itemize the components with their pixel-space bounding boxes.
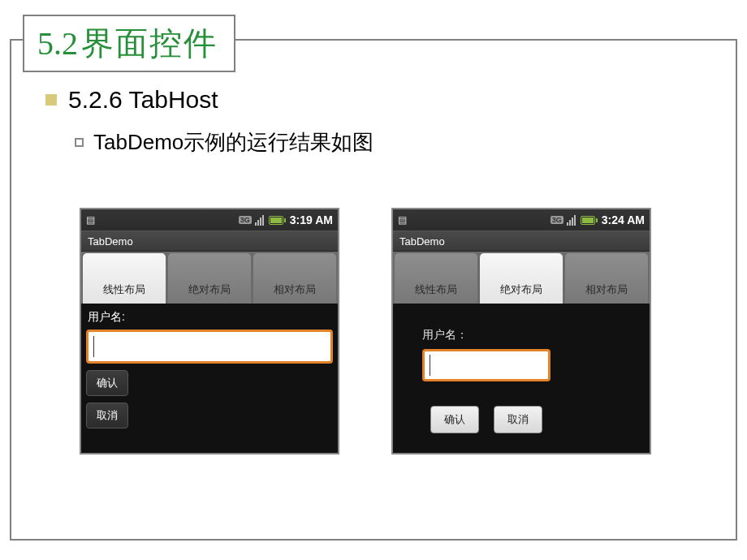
phone-screenshot-2: ▤ 3G 3:24 AM TabDemo 线性布局 绝对布局 相对布局 用户名：	[391, 208, 651, 454]
tab-linear-layout[interactable]: 线性布局	[83, 253, 166, 304]
app-title-text: TabDemo	[88, 235, 133, 248]
title-text: 界面控件	[81, 25, 218, 62]
slide-title: 5.2 界面控件	[23, 15, 235, 72]
username-input[interactable]	[422, 349, 551, 381]
text-cursor	[93, 336, 94, 357]
sim-icon: ▤	[86, 214, 95, 226]
username-input[interactable]	[86, 330, 333, 364]
app-title-bar: TabDemo	[81, 230, 338, 252]
status-time: 3:19 AM	[290, 213, 333, 226]
tab-content: 用户名: 确认 取消	[81, 304, 338, 453]
text-cursor	[430, 355, 430, 376]
battery-icon	[581, 216, 595, 225]
slide-frame: 5.2.6 TabHost TabDemo示例的运行结果如图 ▤ 3G 3:19…	[10, 39, 737, 541]
status-bar: ▤ 3G 3:19 AM	[81, 209, 338, 230]
heading-3-text: TabDemo示例的运行结果如图	[93, 128, 374, 157]
bullet-outline-icon	[75, 138, 84, 147]
tab-linear-layout[interactable]: 线性布局	[395, 253, 477, 304]
title-number: 5.2	[37, 25, 78, 62]
status-bar: ▤ 3G 3:24 AM	[393, 209, 650, 230]
app-title-bar: TabDemo	[393, 230, 650, 252]
network-3g-icon: 3G	[551, 216, 563, 224]
heading-2-text: 5.2.6 TabHost	[68, 86, 218, 114]
status-time: 3:24 AM	[602, 213, 645, 226]
screenshots-row: ▤ 3G 3:19 AM TabDemo 线性布局 绝对布局 相对布局 用户名:	[80, 208, 651, 454]
confirm-button[interactable]: 确认	[86, 370, 128, 396]
tab-content: 用户名： 确认 取消	[393, 304, 650, 453]
battery-icon	[269, 216, 283, 225]
phone-screenshot-1: ▤ 3G 3:19 AM TabDemo 线性布局 绝对布局 相对布局 用户名:	[80, 208, 339, 454]
tab-absolute-layout[interactable]: 绝对布局	[480, 253, 563, 304]
tab-relative-layout[interactable]: 相对布局	[253, 253, 336, 304]
heading-2: 5.2.6 TabHost	[45, 86, 218, 114]
tab-bar: 线性布局 绝对布局 相对布局	[393, 252, 650, 304]
network-3g-icon: 3G	[239, 216, 252, 224]
tab-bar: 线性布局 绝对布局 相对布局	[81, 252, 338, 304]
username-label: 用户名:	[88, 310, 333, 325]
bullet-icon	[45, 94, 57, 106]
confirm-button[interactable]: 确认	[430, 406, 479, 433]
username-label: 用户名：	[422, 328, 633, 342]
tab-relative-layout[interactable]: 相对布局	[565, 253, 648, 304]
heading-3: TabDemo示例的运行结果如图	[75, 128, 374, 157]
cancel-button[interactable]: 取消	[86, 403, 128, 429]
sim-icon: ▤	[398, 214, 407, 226]
app-title-text: TabDemo	[399, 235, 445, 248]
signal-icon	[567, 215, 576, 226]
tab-absolute-layout[interactable]: 绝对布局	[168, 253, 251, 304]
cancel-button[interactable]: 取消	[494, 406, 542, 433]
signal-icon	[255, 215, 264, 226]
